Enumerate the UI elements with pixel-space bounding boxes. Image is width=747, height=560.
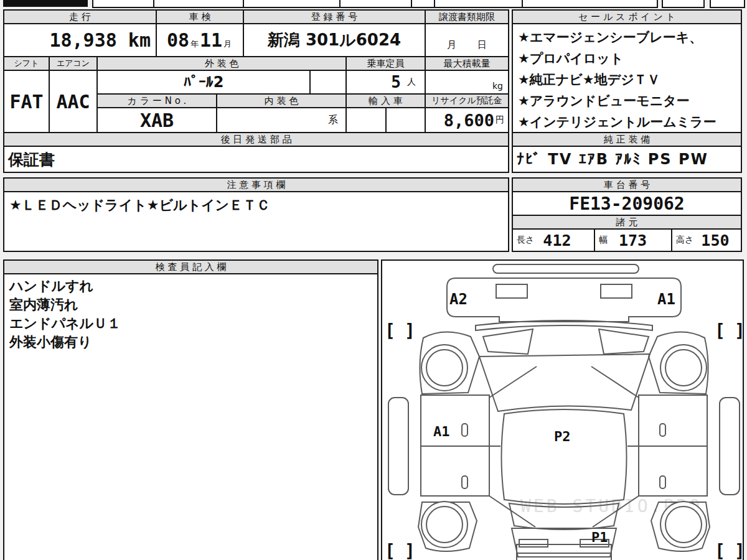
top-row-divider — [434, 0, 435, 8]
front-bumper — [447, 278, 681, 322]
capacity-value: 5 人 — [345, 70, 426, 95]
damage-label-left-door: A1 — [433, 424, 450, 439]
inspection-month: 11 — [200, 29, 222, 51]
top-row-divider — [153, 0, 154, 8]
wheel-front-left-inner — [426, 350, 463, 386]
wheel-rear-left-inner — [426, 506, 463, 543]
sales-point-item: ★エマージェンシーブレーキ、 — [518, 27, 702, 48]
spec-length: 長さ 412 — [512, 228, 595, 252]
wheel-rear-right-inner — [665, 506, 702, 543]
sales-point-item: ★純正ナビ★地デジＴＶ — [518, 69, 660, 90]
front-plate-right — [601, 284, 632, 298]
registration-value: 新潟 301ル6024 — [243, 23, 426, 57]
spec-width: 幅 173 — [594, 228, 672, 252]
door-handle-left-front — [462, 424, 467, 436]
shift-header: シフト — [3, 56, 50, 71]
bracket-icon: [ — [385, 320, 395, 341]
spec-width-value: 173 — [619, 231, 647, 250]
genuine-equipment-value: ﾅﾋﾞ TV ｴｱB ｱﾙﾐ PS PW — [512, 146, 742, 173]
inspector-header: 検 査 員 記 入 欄 — [3, 259, 378, 274]
damage-label-roof: P2 — [554, 429, 571, 444]
sales-points-body: ★エマージェンシーブレーキ、 ★プロパイロット ★純正ナビ★地デジＴＶ ★アラウ… — [512, 23, 742, 133]
inspector-line: エンドパネルＵ１ — [9, 314, 121, 333]
top-cropped-cell — [710, 0, 745, 8]
spec-width-label: 幅 — [599, 235, 608, 246]
bracket-icon: [ — [715, 541, 725, 560]
damage-label-front-right: A1 — [657, 291, 675, 308]
top-cropped-row — [92, 0, 658, 8]
recycle-fee-value: 8,600 円 — [425, 107, 509, 133]
imported-value-cell — [385, 107, 426, 133]
door-handle-right-rear — [660, 476, 665, 488]
inspection-year-unit: 年 — [190, 39, 199, 50]
color-no-header: カ ラ ー N o . — [96, 93, 217, 108]
inspection-value: 08 年 11 月 — [156, 23, 244, 57]
top-row-divider — [522, 0, 523, 8]
door-handle-left-rear — [462, 476, 467, 488]
car-diagram-panel: WEB STUDIO.PRO — [381, 259, 744, 560]
top-cropped-blackbar — [3, 0, 88, 7]
spec-length-label: 長さ — [517, 235, 534, 246]
crease — [489, 366, 537, 398]
transfer-docs-header: 譲渡書類期限 — [425, 9, 509, 24]
top-row-divider — [411, 0, 412, 8]
specs-header: 諸 元 — [512, 215, 742, 230]
imported-header: 輸 入 車 — [345, 93, 426, 108]
wheel-front-right-inner — [665, 350, 702, 386]
exterior-color-extra-cell — [309, 70, 347, 95]
imported-value-cell — [345, 107, 387, 133]
inspector-body: ハンドルすれ 室内薄汚れ エンドパネルＵ１ 外装小傷有り — [3, 273, 378, 560]
damage-label-front-left: A2 — [449, 291, 467, 308]
capacity-header: 乗車定員 — [345, 56, 426, 71]
shift-value: FAT — [3, 70, 50, 133]
max-load-value: kg — [425, 70, 509, 95]
genuine-equipment-header: 純 正 装 備 — [512, 132, 742, 147]
sales-point-item: ★インテリジェントルームミラー — [518, 111, 716, 133]
aircon-header: エアコン — [49, 56, 98, 71]
bracket-icon: [ — [385, 541, 395, 560]
crease — [591, 366, 639, 398]
spec-height-value: 150 — [701, 231, 729, 250]
headlight-left — [483, 329, 533, 354]
bracket-icon: ] — [405, 541, 415, 560]
chassis-value: FE13-209062 — [512, 191, 742, 216]
rear-bumper-tab-left — [519, 539, 548, 547]
sales-points-header: セ ー ル ス ポ イ ン ト — [512, 9, 742, 24]
windshield — [479, 354, 650, 411]
car-diagram: WEB STUDIO.PRO — [382, 261, 743, 560]
interior-color-value: 系 — [216, 107, 347, 133]
later-parts-header: 後 日 発 送 部 品 — [3, 132, 509, 147]
top-row-divider — [243, 0, 244, 8]
front-plate-left — [496, 284, 527, 298]
exterior-color-header: 外 装 色 — [96, 56, 347, 71]
transfer-docs-value: 月 日 — [425, 23, 509, 57]
aircon-value: AAC — [49, 70, 98, 133]
bracket-icon: [ — [715, 320, 725, 341]
headlight-right — [599, 329, 649, 354]
notes-header: 注 意 事 項 欄 — [3, 177, 509, 192]
sill-left — [388, 398, 408, 495]
front-strip — [493, 264, 639, 273]
max-load-header: 最大積載量 — [425, 56, 509, 71]
top-cropped-cell — [662, 0, 705, 8]
inspector-line: 室内薄汚れ — [9, 296, 78, 314]
sales-point-item: ★プロパイロット — [518, 48, 623, 69]
registration-header: 登 録 番 号 — [243, 9, 426, 24]
spec-height-label: 高さ — [676, 235, 693, 246]
top-row-divider — [339, 0, 341, 8]
sill-right — [720, 398, 740, 495]
mileage-header: 走 行 — [3, 9, 157, 24]
spec-length-value: 412 — [543, 231, 571, 250]
chassis-header: 車 台 番 号 — [512, 177, 742, 192]
inspection-year: 08 — [167, 29, 189, 51]
inspector-line: 外装小傷有り — [9, 333, 92, 352]
door-handle-right-front — [660, 424, 665, 436]
recycle-fee-header: リサイクル預託金 — [425, 93, 509, 108]
bracket-icon: ] — [735, 541, 743, 560]
color-no-value: XAB — [96, 107, 217, 133]
roof — [502, 409, 627, 504]
interior-color-header: 内 装 色 — [216, 93, 347, 108]
exterior-color-value: ﾊﾟｰﾙ2 — [96, 70, 311, 95]
later-parts-value: 保証書 — [3, 146, 509, 173]
damage-label-rear: P1 — [591, 530, 608, 545]
